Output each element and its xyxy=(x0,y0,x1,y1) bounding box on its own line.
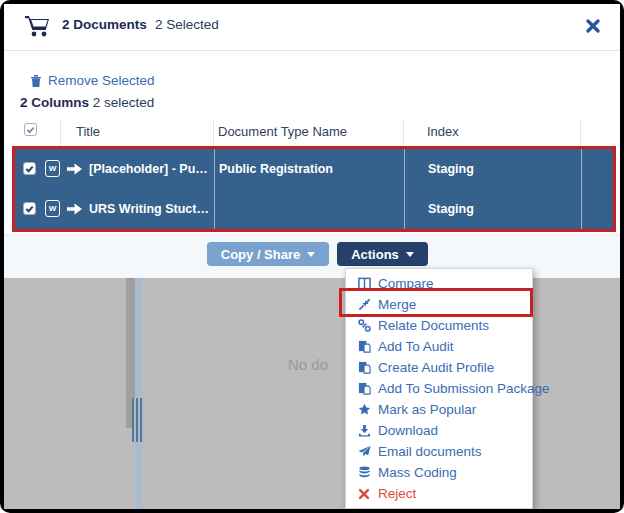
cart-icon xyxy=(24,14,50,38)
caret-down-icon xyxy=(307,252,315,257)
arrow-right-icon[interactable] xyxy=(67,202,82,216)
menu-item-label: Compare xyxy=(378,276,434,291)
word-document-icon: W xyxy=(45,200,60,217)
column-header-title[interactable]: Title xyxy=(76,124,100,139)
selected-rows-highlight: W [Placeholder] - Public Regi... Public … xyxy=(12,146,616,232)
actions-button[interactable]: Actions xyxy=(337,242,428,266)
row-title: [Placeholder] - Public Regi... xyxy=(89,162,212,176)
menu-item-label: Create Audit Profile xyxy=(378,360,494,375)
documents-count: 2 Documents xyxy=(62,17,147,32)
menu-item-label: Mass Coding xyxy=(378,465,457,480)
menu-item-add-to-audit[interactable]: Add To Audit xyxy=(346,336,532,357)
menu-item-label: Mark as Popular xyxy=(378,402,476,417)
column-header-doc-type[interactable]: Document Type Name xyxy=(218,124,347,139)
row-index: Staging xyxy=(428,162,578,176)
menu-item-relate-documents[interactable]: Relate Documents xyxy=(346,315,532,336)
copy-share-button[interactable]: Copy / Share xyxy=(207,242,329,266)
menu-item-download[interactable]: Download xyxy=(346,420,532,441)
compare-icon xyxy=(357,277,371,291)
columns-summary: 2 Columns 2 selected xyxy=(20,95,154,110)
menu-item-label: Add To Submission Package xyxy=(378,381,550,396)
send-icon xyxy=(357,445,371,459)
table-row[interactable]: W URS Writing Stucture Staging xyxy=(15,189,613,229)
actions-label: Actions xyxy=(351,247,399,262)
column-header-index[interactable]: Index xyxy=(427,124,459,139)
row-checkbox[interactable] xyxy=(23,202,36,215)
copy-share-label: Copy / Share xyxy=(221,247,300,262)
menu-item-create-audit-profile[interactable]: Create Audit Profile xyxy=(346,357,532,378)
menu-item-mark-as-popular[interactable]: Mark as Popular xyxy=(346,399,532,420)
menu-item-label: Add To Audit xyxy=(378,339,454,354)
columns-selected: 2 selected xyxy=(93,95,155,110)
actions-dropdown-menu: Compare Merge Relate Documents Add To Au… xyxy=(345,268,533,509)
reject-icon xyxy=(357,487,371,501)
remove-selected-button[interactable]: Remove Selected xyxy=(30,73,155,88)
pane-splitter[interactable] xyxy=(135,278,142,509)
table-header: Title Document Type Name Index xyxy=(14,120,614,146)
close-icon[interactable] xyxy=(585,18,601,34)
row-doc-type: Public Registration xyxy=(219,162,399,176)
selected-count: 2 Selected xyxy=(155,17,219,32)
column-header-divider xyxy=(403,120,404,146)
paste-icon xyxy=(357,340,371,354)
menu-item-label: Reject xyxy=(378,486,416,501)
column-divider xyxy=(213,120,214,146)
menu-item-reject[interactable]: Reject xyxy=(346,483,532,504)
menu-item-label: Email documents xyxy=(378,444,482,459)
column-divider xyxy=(60,120,61,146)
remove-selected-label: Remove Selected xyxy=(48,73,155,88)
paste-icon xyxy=(357,361,371,375)
menu-item-add-to-submission-package[interactable]: Add To Submission Package xyxy=(346,378,532,399)
menu-item-merge[interactable]: Merge xyxy=(346,294,532,315)
no-documents-text: No do xyxy=(288,356,328,373)
menu-item-label: Relate Documents xyxy=(378,318,489,333)
menu-item-label: Merge xyxy=(378,297,416,312)
download-icon xyxy=(357,424,371,438)
caret-down-icon xyxy=(406,252,414,257)
menu-item-mass-coding[interactable]: Mass Coding xyxy=(346,462,532,483)
row-checkbox[interactable] xyxy=(23,162,36,175)
link-icon xyxy=(357,319,371,333)
menu-item-compare[interactable]: Compare xyxy=(346,273,532,294)
row-title: URS Writing Stucture xyxy=(89,202,212,216)
star-icon xyxy=(357,403,371,417)
splitter-drag-handle[interactable] xyxy=(132,398,144,442)
word-document-icon: W xyxy=(45,160,60,177)
database-icon xyxy=(357,466,371,480)
screenshot-frame: 2 Documents 2 Selected Remove Selected 2… xyxy=(0,0,624,513)
row-index: Staging xyxy=(428,202,578,216)
menu-item-email-documents[interactable]: Email documents xyxy=(346,441,532,462)
column-divider xyxy=(580,120,581,146)
paste-icon xyxy=(357,382,371,396)
table-row[interactable]: W [Placeholder] - Public Regi... Public … xyxy=(15,149,613,189)
columns-count: 2 Columns xyxy=(20,95,89,110)
arrow-right-icon[interactable] xyxy=(67,162,82,176)
merge-icon xyxy=(357,298,371,312)
menu-item-label: Download xyxy=(378,423,438,438)
select-all-checkbox[interactable] xyxy=(24,123,37,136)
trash-icon xyxy=(30,74,42,88)
